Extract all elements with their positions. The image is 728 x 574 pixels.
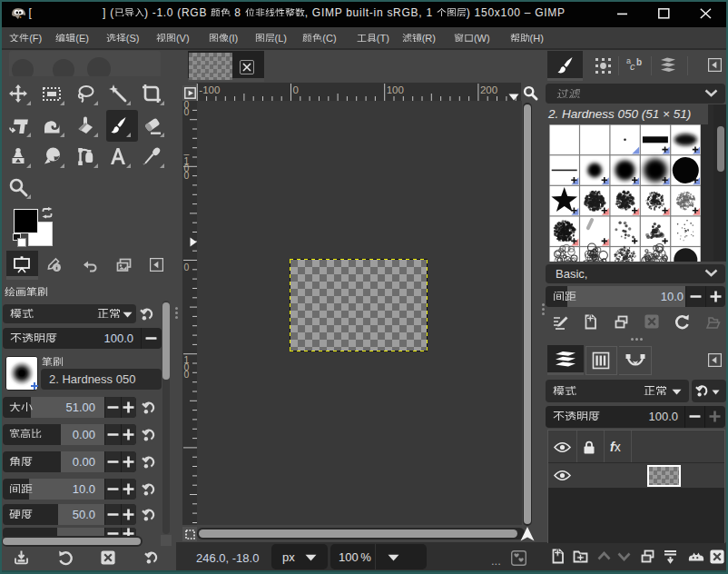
svg-text:c: c [630,61,635,72]
svg-text:b: b [636,57,642,67]
